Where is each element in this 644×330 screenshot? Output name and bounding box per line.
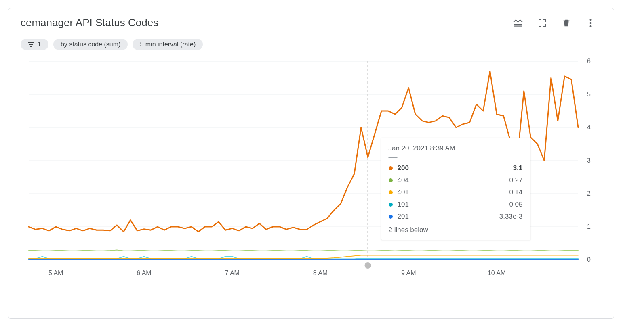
tooltip-series-value: 0.05 (509, 201, 522, 209)
tooltip-series-value: 0.27 (509, 176, 522, 184)
tooltip-series-value: 0.14 (509, 188, 522, 196)
more-icon[interactable] (585, 18, 596, 28)
trash-icon[interactable] (561, 18, 572, 28)
tooltip-below: 2 lines below (389, 226, 523, 234)
fullscreen-icon[interactable] (537, 18, 547, 28)
chart-actions (513, 18, 602, 28)
interval-chip[interactable]: 5 min interval (rate) (133, 39, 203, 50)
chart-card: cemanager API Status Codes (8, 8, 614, 319)
tooltip-timestamp: Jan 20, 2021 8:39 AM (389, 144, 523, 152)
tooltip-series-value: 3.33e-3 (499, 213, 523, 221)
svg-text:0: 0 (587, 256, 591, 263)
tooltip: Jan 20, 2021 8:39 AM — 2003.14040.274010… (381, 138, 530, 240)
svg-point-2 (590, 19, 592, 21)
svg-point-3 (590, 22, 592, 24)
tooltip-row: 4010.14 (389, 186, 523, 198)
svg-text:2: 2 (587, 190, 591, 197)
tooltip-series-label: 404 (398, 176, 409, 184)
svg-text:8 AM: 8 AM (313, 269, 328, 276)
svg-text:9 AM: 9 AM (401, 269, 416, 276)
svg-text:5 AM: 5 AM (48, 269, 63, 276)
svg-point-29 (365, 262, 371, 269)
svg-text:7 AM: 7 AM (225, 269, 239, 276)
tooltip-row: 2013.33e-3 (389, 211, 523, 223)
tooltip-row: 4040.27 (389, 174, 523, 186)
groupby-label: by status code (sum) (61, 41, 121, 48)
tooltip-row: 1010.05 (389, 198, 523, 211)
svg-point-4 (590, 25, 592, 27)
groupby-chip[interactable]: by status code (sum) (53, 39, 128, 50)
filter-count: 1 (38, 41, 41, 48)
chip-row: 1 by status code (sum) 5 min interval (r… (21, 39, 602, 50)
tooltip-dash: — (389, 155, 523, 159)
tooltip-series-label: 401 (398, 188, 409, 196)
svg-text:5: 5 (587, 91, 591, 98)
tooltip-series-label: 200 (398, 164, 409, 172)
tooltip-series-label: 101 (398, 201, 409, 209)
tooltip-row: 2003.1 (389, 162, 523, 174)
svg-text:3: 3 (587, 157, 591, 164)
svg-text:6 AM: 6 AM (137, 269, 151, 276)
card-header: cemanager API Status Codes (21, 17, 602, 29)
tooltip-series-label: 201 (398, 213, 409, 221)
svg-text:1: 1 (587, 223, 591, 230)
chart-area[interactable]: 01234565 AM6 AM7 AM8 AM9 AM10 AM Jan 20,… (21, 58, 602, 284)
filter-icon (28, 42, 34, 47)
svg-text:4: 4 (587, 124, 591, 131)
tooltip-series-value: 3.1 (513, 164, 523, 172)
svg-text:6: 6 (587, 58, 591, 65)
svg-text:10 AM: 10 AM (488, 269, 506, 276)
legend-icon[interactable] (513, 18, 523, 28)
interval-label: 5 min interval (rate) (140, 41, 196, 48)
filter-chip[interactable]: 1 (21, 39, 48, 50)
chart-title: cemanager API Status Codes (21, 17, 158, 29)
